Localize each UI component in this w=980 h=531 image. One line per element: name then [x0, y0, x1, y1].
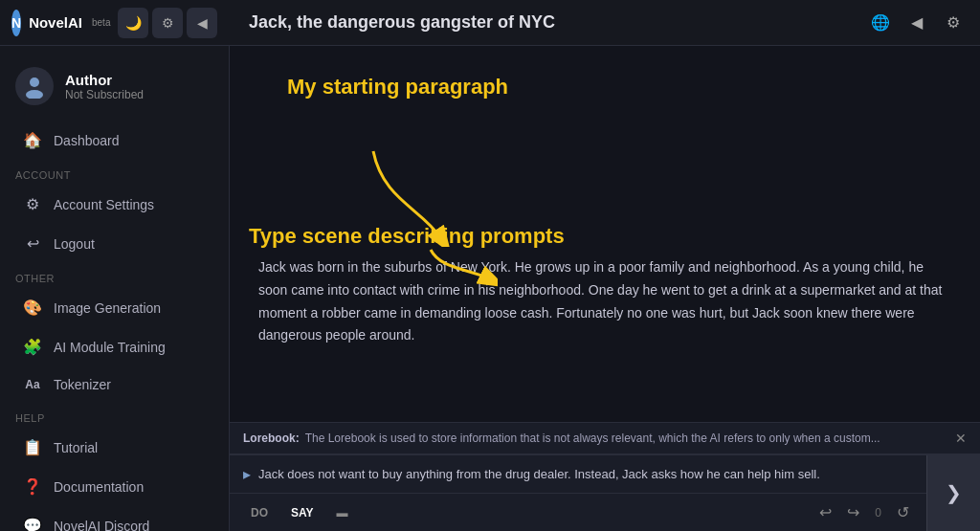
topbar-left-icons: 🌙 ⚙ ◀	[118, 8, 221, 38]
annotation-scene: Type scene describing prompts	[249, 224, 565, 249]
sidebar-item-label: Tutorial	[54, 440, 98, 455]
sidebar-item-documentation[interactable]: ❓ Documentation	[8, 468, 221, 505]
gear-icon: ⚙	[23, 195, 42, 213]
sidebar-item-label: NovelAI Discord	[54, 519, 149, 532]
input-text-row: ▸ Jack does not want to buy anything fro…	[230, 455, 926, 532]
settings-btn[interactable]: ⚙	[152, 8, 183, 38]
input-field-wrap[interactable]: ▸ Jack does not want to buy anything fro…	[230, 455, 926, 494]
gear-btn[interactable]: ⚙	[938, 8, 969, 38]
logo-icon: N	[11, 10, 21, 36]
say-btn[interactable]: SAY	[283, 502, 322, 523]
globe-btn[interactable]: 🌐	[865, 8, 896, 38]
sidebar-item-label: Tokenizer	[54, 377, 111, 392]
input-text-content[interactable]: Jack does not want to buy anything from …	[258, 465, 913, 484]
docs-icon: ❓	[23, 477, 42, 496]
undo-btn[interactable]: ↩	[815, 499, 835, 525]
topbar: N NovelAI beta 🌙 ⚙ ◀ Jack, the dangerous…	[0, 0, 980, 46]
annotation-starting: My starting paragraph	[287, 75, 508, 100]
sidebar-item-label: Documentation	[54, 479, 144, 495]
sidebar-item-tutorial[interactable]: 📋 Tutorial	[8, 429, 221, 466]
story-mode-btn[interactable]: ▬	[329, 502, 356, 523]
section-account: Account	[0, 160, 229, 185]
annotation-arrow-starting	[345, 142, 459, 247]
sidebar-item-discord[interactable]: 💬 NovelAI Discord	[8, 507, 221, 531]
image-icon: 🎨	[23, 299, 42, 317]
sidebar: Author Not Subscribed 🏠 Dashboard Accoun…	[0, 46, 230, 531]
story-mode-btn[interactable]: 🌙	[118, 8, 148, 38]
user-section: Author Not Subscribed	[0, 57, 229, 121]
do-btn[interactable]: DO	[243, 502, 276, 523]
svg-point-0	[30, 77, 39, 87]
content-area: My starting paragraph Jack was born in t…	[230, 46, 980, 531]
sidebar-item-ai-module[interactable]: 🧩 AI Module Training	[8, 328, 221, 365]
lorebook-label: Lorebook:	[243, 431, 300, 445]
story-title: Jack, the dangerous gangster of NYC	[249, 12, 555, 33]
sidebar-item-account-settings[interactable]: ⚙ Account Settings	[8, 186, 221, 223]
user-name: Author	[65, 72, 144, 88]
lorebook-bar: Lorebook: The Lorebook is used to store …	[230, 422, 980, 454]
sidebar-item-label: Logout	[54, 236, 95, 252]
tutorial-icon: 📋	[23, 438, 42, 456]
refresh-btn[interactable]: ↺	[893, 499, 913, 525]
topbar-right-icons: 🌐 ◀ ⚙	[865, 8, 980, 38]
logout-icon: ↩	[23, 234, 42, 253]
section-other: Other	[0, 263, 229, 288]
sidebar-item-label: AI Module Training	[54, 340, 166, 355]
input-toolbar: DO SAY ▬ ↩ ↪ 0 ↺	[230, 493, 926, 531]
tokenizer-icon: Aa	[23, 378, 42, 391]
sidebar-item-logout[interactable]: ↩ Logout	[8, 225, 221, 262]
ai-icon: 🧩	[23, 338, 42, 356]
story-body: My starting paragraph Jack was born in t…	[230, 46, 980, 422]
discord-icon: 💬	[23, 517, 42, 531]
token-count: 0	[871, 506, 885, 520]
redo-btn[interactable]: ↪	[843, 499, 863, 525]
section-help: Help	[0, 403, 229, 428]
send-icon: ❯	[946, 481, 962, 504]
topbar-left: N NovelAI beta 🌙 ⚙ ◀	[0, 8, 230, 38]
story-text: Jack was born in the suburbs of New York…	[258, 256, 951, 347]
app-beta: beta	[92, 17, 110, 28]
sidebar-item-label: Dashboard	[54, 133, 120, 148]
lorebook-close-btn[interactable]: ✕	[955, 431, 967, 446]
sidebar-item-image-generation[interactable]: 🎨 Image Generation	[8, 289, 221, 326]
lorebook-text: The Lorebook is used to store informatio…	[305, 431, 880, 445]
sidebar-item-label: Image Generation	[54, 300, 161, 316]
topbar-center: Jack, the dangerous gangster of NYC	[230, 12, 865, 33]
input-bullet-icon: ▸	[243, 465, 251, 483]
home-icon: 🏠	[23, 131, 42, 149]
sidebar-item-label: Account Settings	[54, 197, 154, 212]
input-area: ▸ Jack does not want to buy anything fro…	[230, 454, 980, 532]
sidebar-item-tokenizer[interactable]: Aa Tokenizer	[8, 367, 221, 402]
app-name: NovelAI	[29, 14, 82, 31]
user-info: Author Not Subscribed	[65, 72, 144, 101]
arrow-btn[interactable]: ◀	[902, 8, 932, 38]
svg-point-1	[26, 90, 43, 99]
user-status: Not Subscribed	[65, 88, 144, 101]
avatar	[15, 67, 54, 105]
collapse-btn[interactable]: ◀	[187, 8, 217, 38]
send-btn[interactable]: ❯	[926, 455, 980, 532]
main-layout: Author Not Subscribed 🏠 Dashboard Accoun…	[0, 46, 980, 531]
sidebar-item-dashboard[interactable]: 🏠 Dashboard	[8, 122, 221, 159]
